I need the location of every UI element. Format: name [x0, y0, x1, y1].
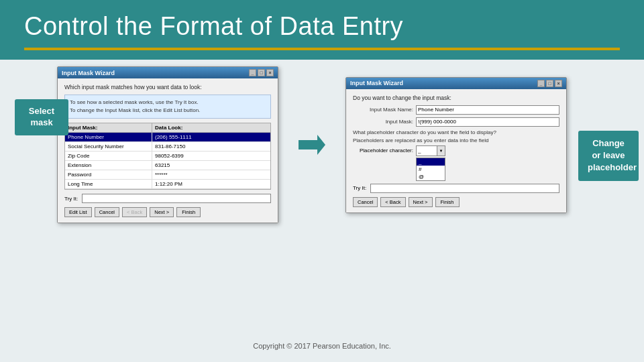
dialog1-row-mask: Social Security Number: [65, 142, 152, 151]
dialog2-next-btn[interactable]: Next >: [409, 197, 433, 207]
header: Control the Format of Data Entry: [0, 0, 644, 60]
dialog1-close-btn[interactable]: ×: [266, 69, 274, 76]
dialog2-minimize-btn[interactable]: _: [537, 80, 545, 87]
dialog2-field-1: Input Mask:: [353, 117, 559, 127]
select-mask-label: Select mask: [15, 99, 68, 135]
dialog2-subtitle: Do you want to change the input mask:: [353, 95, 559, 101]
dialog1-buttons: Edit List Cancel < Back Next > Finish: [64, 207, 271, 217]
dialog1-maximize-btn[interactable]: □: [258, 69, 265, 76]
dialog2-field-label: Input Mask Name:: [353, 107, 413, 113]
dialog2-try-it-label: Try It:: [353, 185, 366, 191]
dialog1-row-mask: Zip Code: [65, 152, 152, 160]
dialog1-table-header: Input Mask: Data Look:: [65, 123, 270, 133]
dialogs-container: Input Mask Wizard _ □ × Which input mask…: [0, 66, 644, 223]
dialog2-body: Do you want to change the input mask: In…: [346, 89, 566, 213]
dialog1-row-data: 831-86-7150: [152, 142, 270, 151]
dialog1-row-data: 98052-6399: [152, 152, 270, 160]
placeholder-option-underscore[interactable]: _: [417, 158, 445, 166]
dialog1-back-btn[interactable]: < Back: [122, 207, 147, 217]
dialog1-table-row[interactable]: Extension63215: [65, 161, 270, 170]
placeholder-char-container: ▼: [416, 145, 445, 156]
dialog1-title: Input Mask Wizard: [62, 70, 115, 76]
dialog1-cancel-btn[interactable]: Cancel: [95, 207, 119, 217]
dialog1-row-data: (206) 555-1111: [152, 133, 270, 141]
dialog1-titlebar: Input Mask Wizard _ □ ×: [58, 67, 278, 78]
copyright: Copyright © 2017 Pearson Education, Inc.: [0, 342, 644, 350]
placeholder-question: What placeholder character do you want t…: [353, 129, 559, 135]
dialog2-titlebar: Input Mask Wizard _ □ ×: [346, 78, 566, 89]
dialog1-row-mask: Password: [65, 170, 152, 179]
change-placeholder-label: Change or leave placeholder: [578, 131, 639, 181]
dialog1-table-row[interactable]: Social Security Number831-86-7150: [65, 142, 270, 152]
dialog1-minimize-btn[interactable]: _: [249, 69, 256, 76]
dialog1-row-data: 1:12:20 PM: [152, 180, 270, 188]
dialog1-try-it-label: Try It:: [64, 196, 78, 202]
placeholder-list: _ # @: [416, 158, 445, 181]
dialog2-close-btn[interactable]: ×: [555, 80, 562, 87]
dialog1-next-btn[interactable]: Next >: [150, 207, 174, 217]
dialog2-field-input[interactable]: [416, 105, 559, 115]
dialog1-info-box: To see how a selected mask works, use th…: [64, 95, 271, 119]
dialog1-row-mask: Long Time: [65, 180, 152, 188]
dialog2-cancel-btn[interactable]: Cancel: [353, 197, 378, 207]
dialog1-body: Which input mask matches how you want da…: [58, 78, 278, 223]
dialog-input-mask-wizard-1: Input Mask Wizard _ □ × Which input mask…: [57, 66, 278, 223]
dialog2-field-0: Input Mask Name:: [353, 105, 559, 115]
dialog1-col1-header: Input Mask:: [65, 123, 152, 132]
dialog1-subtitle: Which input mask matches how you want da…: [64, 84, 271, 90]
dialog1-mask-table: Input Mask: Data Look: Phone Number(206)…: [64, 123, 271, 190]
dialog1-table-rows: Phone Number(206) 555-1111Social Securit…: [65, 133, 270, 189]
placeholder-char-label: Placeholder character:: [353, 147, 413, 154]
dialog1-try-it-input[interactable]: [82, 194, 271, 203]
dialog1-table-row[interactable]: Phone Number(206) 555-1111: [65, 133, 270, 142]
dialog1-table-row[interactable]: Zip Code98052-6399: [65, 152, 270, 161]
placeholder-section: What placeholder character do you want t…: [353, 129, 559, 181]
svg-marker-0: [299, 135, 325, 155]
dialog-input-mask-wizard-2: Input Mask Wizard _ □ × Do you want to c…: [345, 77, 567, 213]
dialog1-col2-header: Data Look:: [152, 123, 270, 132]
placeholder-option-at[interactable]: @: [417, 173, 445, 180]
dialog2-field-input[interactable]: [416, 117, 559, 127]
dialog1-finish-btn[interactable]: Finish: [176, 207, 201, 217]
dialog1-try-it-row: Try It:: [64, 194, 271, 203]
dialog1-table-row[interactable]: Long Time1:12:20 PM: [65, 180, 270, 189]
dialog2-try-it-row: Try It:: [353, 184, 559, 193]
slide: Control the Format of Data Entry Select …: [0, 0, 644, 362]
dialog2-buttons: Cancel < Back Next > Finish: [353, 197, 559, 207]
arrow: [299, 135, 325, 155]
dialog1-row-mask: Extension: [65, 161, 152, 170]
placeholder-char-input[interactable]: [417, 146, 437, 156]
dialog2-title: Input Mask Wizard: [350, 80, 403, 86]
dialog1-row-data: ******: [152, 170, 270, 179]
placeholder-note: Placeholders are replaced as you enter d…: [353, 137, 559, 143]
dialog2-maximize-btn[interactable]: □: [546, 80, 553, 87]
placeholder-option-hash[interactable]: #: [417, 166, 445, 173]
placeholder-char-dropdown-btn[interactable]: ▼: [437, 146, 445, 156]
dialog2-try-it-input[interactable]: [370, 184, 559, 193]
dialog2-finish-btn[interactable]: Finish: [435, 197, 460, 207]
dialog1-table-row[interactable]: Password******: [65, 170, 270, 180]
dialog1-row-data: 63215: [152, 161, 270, 170]
dialog2-back-btn[interactable]: < Back: [380, 197, 405, 207]
dialog1-row-mask: Phone Number: [65, 133, 152, 141]
dialog1-titlebar-buttons: _ □ ×: [249, 69, 274, 76]
dialog2-field-label: Input Mask:: [353, 119, 413, 125]
header-title: Control the Format of Data Entry: [24, 12, 620, 41]
dialog2-titlebar-buttons: _ □ ×: [537, 80, 562, 87]
dialog1-edit-list-btn[interactable]: Edit List: [64, 207, 92, 217]
dialog2-fields: Input Mask Name:Input Mask:: [353, 105, 559, 127]
placeholder-char-row: Placeholder character: ▼: [353, 145, 559, 156]
